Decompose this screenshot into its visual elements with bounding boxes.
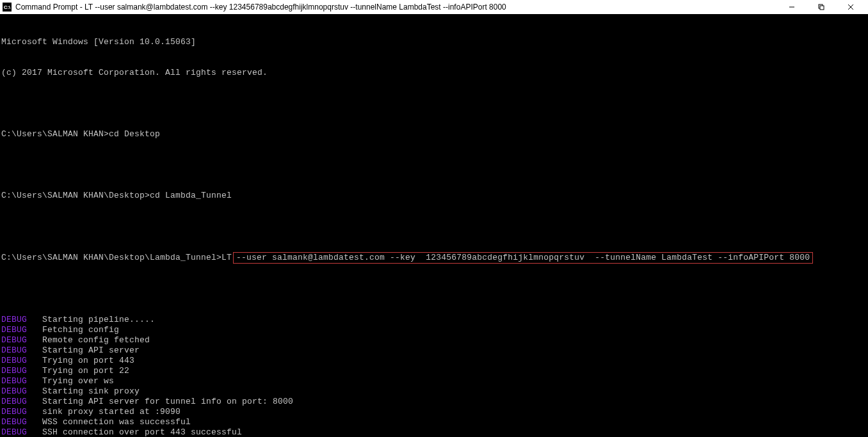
log-line: DEBUGFetching config	[1, 325, 868, 335]
log-message: sink proxy started at :9090	[42, 407, 181, 417]
debug-tag: DEBUG	[1, 356, 32, 366]
minimize-icon	[789, 4, 795, 10]
os-version-line: Microsoft Windows [Version 10.0.15063]	[1, 37, 868, 47]
debug-tag: DEBUG	[1, 335, 32, 346]
prompt-command: cd Desktop	[109, 129, 160, 139]
prompt-prefix: C:\Users\SALMAN KHAN\Desktop\Lambda_Tunn…	[1, 253, 221, 262]
close-icon	[848, 4, 854, 10]
log-line: DEBUGStarting API server for tunnel info…	[1, 397, 868, 407]
log-line: DEBUGStarting pipeline.....	[1, 315, 868, 325]
log-message: Starting sink proxy	[42, 386, 140, 396]
log-line: DEBUGWSS connection was successful	[1, 417, 868, 427]
log-message: Fetching config	[42, 325, 119, 335]
prompt-prefix: C:\Users\SALMAN KHAN\Desktop>	[1, 191, 150, 200]
prompt-prefix: C:\Users\SALMAN KHAN>	[1, 129, 109, 139]
log-line: DEBUGTrying on port 22	[1, 366, 868, 376]
log-line: DEBUGRemote config fetched	[1, 335, 868, 346]
terminal-body[interactable]: Microsoft Windows [Version 10.0.15063] (…	[0, 14, 868, 437]
log-message: WSS connection was successful	[42, 417, 191, 427]
log-message: Trying on port 22	[42, 366, 129, 376]
svg-rect-2	[820, 6, 824, 10]
log-message: Trying over ws	[42, 376, 114, 386]
debug-tag: DEBUG	[1, 417, 32, 427]
log-output: DEBUGStarting pipeline.....DEBUGFetching…	[1, 315, 868, 437]
log-message: Trying on port 443	[42, 356, 134, 365]
log-message: Starting API server for tunnel info on p…	[42, 397, 293, 406]
log-line: DEBUGsink proxy started at :9090	[1, 407, 868, 417]
blank-line	[1, 99, 868, 109]
copyright-line: (c) 2017 Microsoft Corporation. All righ…	[1, 68, 868, 78]
window-titlebar: C:\ Command Prompt - LT --user salmank@l…	[0, 0, 868, 14]
debug-tag: DEBUG	[1, 386, 32, 397]
maximize-icon	[818, 4, 824, 10]
prompt-command: cd Lambda_Tunnel	[150, 191, 232, 200]
blank-line	[1, 284, 868, 294]
prompt-line-2: C:\Users\SALMAN KHAN\Desktop>cd Lambda_T…	[1, 191, 868, 201]
log-message: Starting pipeline.....	[42, 315, 155, 324]
log-line: DEBUGSSH connection over port 443 succes…	[1, 427, 868, 437]
debug-tag: DEBUG	[1, 325, 32, 335]
debug-tag: DEBUG	[1, 397, 32, 407]
close-button[interactable]	[836, 0, 865, 14]
debug-tag: DEBUG	[1, 427, 32, 437]
window-title: Command Prompt - LT --user salmank@lambd…	[15, 3, 777, 12]
debug-tag: DEBUG	[1, 315, 32, 325]
debug-tag: DEBUG	[1, 376, 32, 386]
log-line: DEBUGStarting sink proxy	[1, 386, 868, 397]
cmd-icon: C:\	[3, 3, 12, 12]
log-line: DEBUGStarting API server	[1, 346, 868, 356]
window-controls	[777, 0, 865, 14]
prompt-line-3: C:\Users\SALMAN KHAN\Desktop\Lambda_Tunn…	[1, 252, 868, 264]
blank-line	[1, 160, 868, 170]
log-line: DEBUGTrying over ws	[1, 376, 868, 386]
maximize-button[interactable]	[807, 0, 836, 14]
debug-tag: DEBUG	[1, 346, 32, 356]
log-message: Remote config fetched	[42, 335, 150, 345]
blank-line	[1, 221, 868, 232]
log-line: DEBUGTrying on port 443	[1, 356, 868, 366]
log-message: SSH connection over port 443 successful	[42, 427, 242, 437]
prompt-line-1: C:\Users\SALMAN KHAN>cd Desktop	[1, 129, 868, 139]
highlighted-command: --user salmank@lambdatest.com --key 1234…	[233, 252, 813, 264]
prompt-command-head: LT	[221, 253, 232, 262]
minimize-button[interactable]	[777, 0, 807, 14]
debug-tag: DEBUG	[1, 366, 32, 376]
debug-tag: DEBUG	[1, 407, 32, 417]
log-message: Starting API server	[42, 346, 140, 355]
